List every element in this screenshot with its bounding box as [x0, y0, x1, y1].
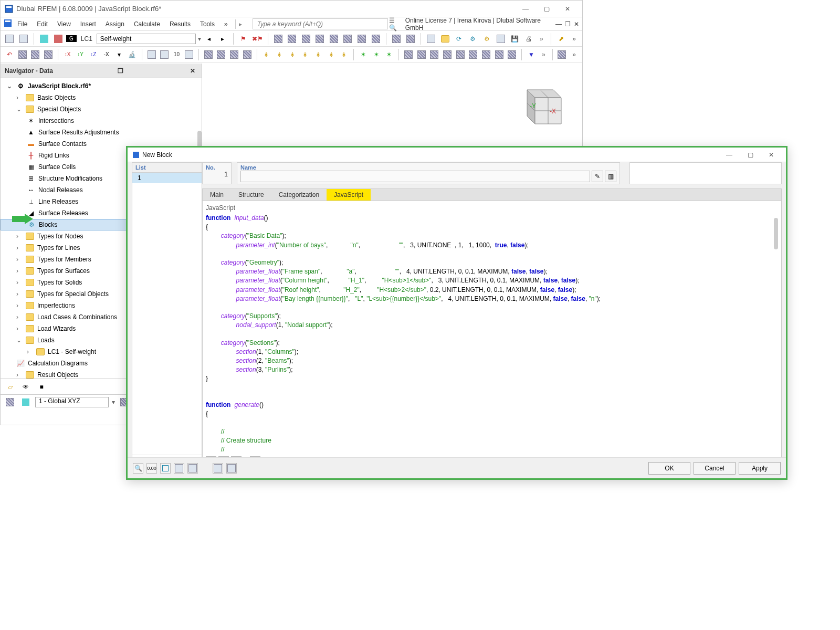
- tb-flag-x-icon[interactable]: ✖⚑: [251, 33, 264, 45]
- tb-new-doc-icon[interactable]: [425, 33, 437, 45]
- tb-more-chevron[interactable]: »: [537, 35, 547, 43]
- dialog-maximize-button[interactable]: ▢: [740, 147, 761, 163]
- nav-tab-data-icon[interactable]: ▱: [4, 381, 16, 393]
- tb-vis-5-icon[interactable]: [328, 33, 340, 45]
- cancel-button[interactable]: Cancel: [694, 462, 736, 475]
- tb-vis-3-icon[interactable]: [300, 33, 312, 45]
- tree-intersections[interactable]: ✶Intersections: [1, 115, 202, 127]
- navigator-restore-icon[interactable]: ❐: [116, 67, 125, 75]
- minimize-button[interactable]: —: [515, 1, 536, 17]
- tb-folder-icon[interactable]: [439, 33, 451, 45]
- window-close-inner-icon[interactable]: ✕: [574, 20, 579, 28]
- tab-structure[interactable]: Structure: [231, 189, 271, 201]
- keyword-search-input[interactable]: [253, 18, 388, 29]
- close-button[interactable]: ✕: [557, 1, 578, 17]
- tb-more-chevron-2[interactable]: »: [569, 35, 579, 43]
- viewport-orientation-cube[interactable]: -Y -X: [514, 79, 566, 132]
- apply-button[interactable]: Apply: [739, 462, 781, 475]
- tb2-calc-icon[interactable]: [556, 48, 568, 61]
- tb2-load4-icon[interactable]: ↡: [300, 48, 311, 61]
- menu-view[interactable]: View: [53, 19, 75, 29]
- tb2-undo-icon[interactable]: ↶: [4, 48, 15, 61]
- tree-special-objects[interactable]: ⌄Special Objects: [1, 103, 202, 115]
- lc-select[interactable]: Self-weight: [97, 34, 196, 44]
- search-icon[interactable]: ☰🔍: [389, 17, 402, 32]
- menu-edit[interactable]: Edit: [33, 19, 52, 29]
- dialog-close-button[interactable]: ✕: [761, 147, 782, 163]
- footer-help-icon[interactable]: 🔍: [133, 463, 143, 474]
- footer-units-icon[interactable]: 0.00: [146, 463, 157, 474]
- nav-tab-video-icon[interactable]: ■: [35, 381, 48, 393]
- tb2-mesh4-icon[interactable]: [242, 48, 253, 61]
- menu-tools[interactable]: Tools: [196, 19, 219, 29]
- footer-view3-icon[interactable]: [187, 463, 198, 474]
- tb-gear-gold-icon[interactable]: ⚙: [481, 33, 493, 45]
- tb2-view2-icon[interactable]: [159, 48, 170, 61]
- dialog-minimize-button[interactable]: —: [719, 147, 740, 163]
- tree-basic-objects[interactable]: ›Basic Objects: [1, 92, 202, 103]
- name-edit-icon[interactable]: ✎: [592, 171, 603, 182]
- tb2-z-axis-icon[interactable]: ↕Z: [88, 48, 99, 61]
- lc-prev-icon[interactable]: ◂: [203, 33, 215, 45]
- menu-assign[interactable]: Assign: [101, 19, 129, 29]
- maximize-button[interactable]: ▢: [536, 1, 557, 17]
- tb2-obj2-icon[interactable]: [416, 48, 427, 61]
- tb-print-icon[interactable]: 🖨: [522, 33, 534, 45]
- tb-vis-2-icon[interactable]: [286, 33, 298, 45]
- tb2-green1-icon[interactable]: ✶: [358, 48, 369, 61]
- tb-select-arrow-icon[interactable]: ⬈: [555, 33, 568, 45]
- tb2-dropdown-icon[interactable]: ▾: [113, 48, 125, 61]
- tb2-obj3-icon[interactable]: [429, 48, 440, 61]
- tb-vis-1-icon[interactable]: [272, 33, 285, 45]
- name-book-icon[interactable]: ▥: [605, 171, 616, 182]
- tb-new-icon[interactable]: [4, 33, 16, 45]
- cs-color-icon[interactable]: [19, 396, 32, 408]
- menu-insert[interactable]: Insert: [76, 19, 100, 29]
- tb2-obj8-icon[interactable]: [494, 48, 505, 61]
- tb2-mesh2-icon[interactable]: [215, 48, 227, 61]
- tb2-cube3-icon[interactable]: [43, 48, 54, 61]
- code-scrollbar[interactable]: [774, 218, 778, 249]
- footer-view1-icon[interactable]: [160, 463, 171, 474]
- menu-calculate[interactable]: Calculate: [130, 19, 164, 29]
- tab-categorization[interactable]: Categorization: [271, 189, 327, 201]
- tab-javascript[interactable]: JavaScript: [327, 189, 371, 201]
- tb2-obj9-icon[interactable]: [507, 48, 518, 61]
- tb2-filter-icon[interactable]: ▼: [526, 48, 537, 61]
- tb2-x-axis-icon[interactable]: ↕X: [62, 48, 74, 61]
- dropdown-icon[interactable]: ▾: [198, 35, 201, 43]
- tb-save-icon[interactable]: 💾: [509, 33, 521, 45]
- list-row-1[interactable]: 1: [132, 173, 202, 183]
- tb2-more-chevron-2[interactable]: »: [569, 51, 579, 58]
- tb2-green3-icon[interactable]: ✶: [384, 48, 395, 61]
- tb2-load3-icon[interactable]: ↡: [287, 48, 298, 61]
- tb2-microscope-icon[interactable]: 🔬: [127, 48, 138, 61]
- tb-vis-7-icon[interactable]: [356, 33, 368, 45]
- footer-view2-icon[interactable]: [174, 463, 184, 474]
- tb-properties-icon[interactable]: [495, 33, 507, 45]
- cs-select[interactable]: 1 - Global XYZ: [35, 397, 109, 407]
- cs-axes-icon[interactable]: [4, 396, 16, 408]
- tb2-load6-icon[interactable]: ↡: [326, 48, 337, 61]
- navigator-close-icon[interactable]: ✕: [188, 67, 197, 75]
- lc-next-icon[interactable]: ▸: [217, 33, 229, 45]
- cs-dropdown-icon[interactable]: ▾: [112, 398, 115, 406]
- menu-results[interactable]: Results: [165, 19, 195, 29]
- tb2-mesh1-icon[interactable]: [203, 48, 214, 61]
- tb2-obj4-icon[interactable]: [442, 48, 453, 61]
- tb-refresh-icon[interactable]: ⟳: [453, 33, 465, 45]
- tb-color-cyan[interactable]: [38, 33, 50, 45]
- tree-surface-results[interactable]: ▲Surface Results Adjustments: [1, 127, 202, 138]
- footer-view5-icon[interactable]: [226, 463, 237, 474]
- tb-vis-8-icon[interactable]: [370, 33, 382, 45]
- window-min-inner-icon[interactable]: —: [555, 20, 562, 28]
- tb2-load7-icon[interactable]: ↡: [339, 48, 350, 61]
- tb2-y-axis-icon[interactable]: ↕Y: [75, 48, 86, 61]
- tb2-cube2-icon[interactable]: [29, 48, 41, 61]
- nav-tab-eye-icon[interactable]: 👁: [19, 381, 32, 393]
- tb2-obj7-icon[interactable]: [480, 48, 492, 61]
- ok-button[interactable]: OK: [648, 462, 690, 475]
- tb2-obj5-icon[interactable]: [455, 48, 466, 61]
- tb2-more-chevron[interactable]: »: [539, 51, 549, 58]
- tb2-view3-icon[interactable]: [183, 48, 195, 61]
